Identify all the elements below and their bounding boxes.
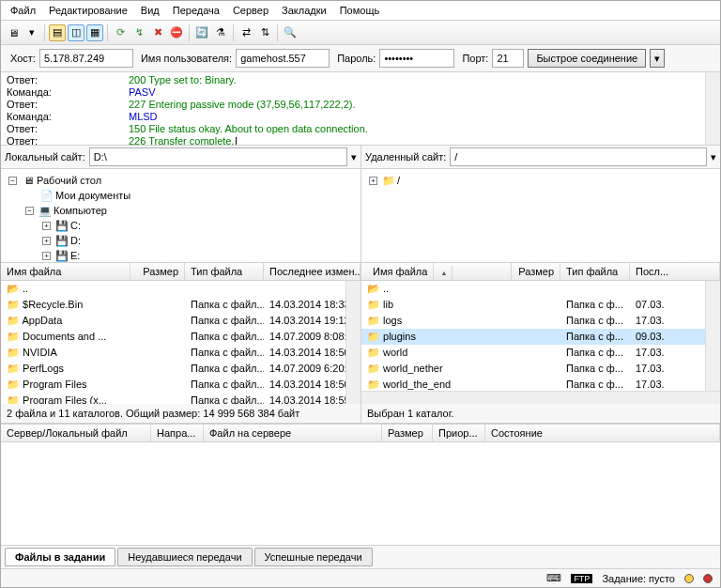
dropdown-icon[interactable]: ▾ [23,24,40,41]
list-item[interactable]: 📁 logs [361,314,512,328]
reconnect-icon[interactable]: 🔄 [193,24,210,41]
pass-input[interactable] [379,49,454,68]
tab-queued[interactable]: Файлы в задании [5,548,115,566]
message-log[interactable]: Ответ:200 Type set to: Binary.Команда:PA… [1,72,720,146]
host-label: Хост: [10,53,36,64]
expand-icon[interactable]: − [8,177,17,185]
menu-server[interactable]: Сервер [227,3,274,18]
queue-col-size[interactable]: Размер [382,425,433,441]
expand-icon[interactable]: + [369,177,377,185]
queue-col-dir[interactable]: Напра... [151,425,204,441]
toggle-log-icon[interactable]: ▤ [49,24,66,41]
quickconnect-button[interactable]: Быстрое соединение [528,49,646,68]
col-size[interactable]: Размер [130,263,185,280]
chevron-down-icon[interactable]: ▾ [711,151,716,163]
menu-transfer[interactable]: Передача [167,3,225,18]
local-status: 2 файла и 11 каталогов. Общий размер: 14… [1,404,360,424]
menu-edit[interactable]: Редактирование [43,3,133,18]
queue-col-server[interactable]: Сервер/Локальный файл [1,425,151,441]
list-item[interactable]: 📁 world_nether [361,362,512,376]
log-label: Ответ: [7,99,129,111]
list-item[interactable]: 📁 AppData [1,314,130,328]
tree-label[interactable]: Мои документы [55,188,130,203]
list-item[interactable]: 📁 PerfLogs [1,362,130,376]
scrollbar-h[interactable] [361,391,720,404]
user-input[interactable] [236,49,330,68]
col-type[interactable]: Тип файла [560,263,630,280]
port-input[interactable] [492,49,524,68]
scrollbar[interactable] [705,281,720,404]
list-item[interactable]: 📁 $Recycle.Bin [1,298,130,312]
remote-list[interactable]: 📂 ..📁 libПапка с ф...07.03.📁 logsПапка с… [361,281,720,404]
list-item[interactable]: 📁 Program Files (x... [1,394,130,404]
tab-failed[interactable]: Неудавшиеся передачи [117,548,252,566]
col-name[interactable]: Имя файла▴ [361,263,512,280]
col-type[interactable]: Тип файла [185,263,264,280]
tree-label[interactable]: D: [70,233,81,248]
refresh-icon[interactable]: ⟳ [112,24,129,41]
list-item[interactable]: 📁 world [361,346,512,360]
queue-col-state[interactable]: Состояние [485,425,720,441]
local-path-input[interactable] [89,147,347,166]
toggle-tree-icon[interactable]: ◫ [68,24,84,41]
log-value: 226 Transfer complete. [129,135,237,146]
list-item[interactable]: 📁 world_the_end [361,378,512,392]
local-list[interactable]: 📂 ..📁 $Recycle.BinПапка с файл...14.03.2… [1,281,360,404]
disconnect-icon[interactable]: ⛔ [168,24,185,41]
process-icon[interactable]: ↯ [130,24,147,41]
remote-tree[interactable]: +📁/ [361,169,720,263]
queue-col-prio[interactable]: Приор... [433,425,485,441]
tree-label[interactable]: E: [70,248,80,263]
remote-list-header[interactable]: Имя файла▴ Размер Тип файла Посл... [361,263,720,281]
tree-label[interactable]: Рабочий стол [37,173,101,188]
log-label: Команда: [7,86,129,99]
queue-col-remote[interactable]: Файл на сервере [204,425,382,441]
sitemanager-icon[interactable]: 🖥 [5,24,22,41]
port-label: Порт: [462,53,488,64]
scrollbar[interactable] [345,281,360,404]
toggle-queue-icon[interactable]: ▦ [86,24,103,41]
col-mod[interactable]: Посл... [630,263,720,280]
cancel-icon[interactable]: ✖ [149,24,166,41]
expand-icon[interactable]: − [25,207,34,215]
expand-icon[interactable]: + [42,222,51,230]
log-value: 200 Type set to: Binary. [129,74,237,86]
expand-icon[interactable]: + [42,237,51,245]
compare-icon[interactable]: ⇄ [238,24,254,41]
quickconnect-dropdown[interactable]: ▾ [650,49,665,68]
list-item[interactable]: 📂 .. [1,282,130,296]
list-item[interactable]: 📁 Program Files [1,378,130,392]
led-2-icon [703,574,713,583]
tree-label[interactable]: C: [70,218,81,233]
scrollbar[interactable] [705,72,720,145]
menu-file[interactable]: Файл [5,3,41,18]
keyboard-icon[interactable]: ⌨ [546,572,561,584]
statusbar: ⌨ FTP Задание: пусто [1,568,720,587]
list-item[interactable]: 📁 lib [361,298,512,312]
col-size[interactable]: Размер [512,263,560,280]
sync-icon[interactable]: ⇅ [256,24,273,41]
filter-icon[interactable]: ⚗ [212,24,229,41]
list-item[interactable]: 📂 .. [361,282,512,296]
tree-label[interactable]: Компьютер [54,203,107,218]
local-tree[interactable]: −🖥Рабочий стол📄Мои документы−💻Компьютер+… [1,169,360,263]
menu-view[interactable]: Вид [135,3,165,18]
col-name[interactable]: Имя файла [1,263,130,280]
remote-path-input[interactable] [450,147,707,166]
menu-help[interactable]: Помощь [334,3,386,18]
list-item[interactable]: 📁 plugins [361,330,512,344]
drive-icon: 💾 [55,250,69,261]
queue-header[interactable]: Сервер/Локальный файл Напра... Файл на с… [1,425,720,442]
expand-icon[interactable]: + [42,252,51,260]
list-item[interactable]: 📁 NVIDIA [1,346,130,360]
tab-success[interactable]: Успешные передачи [254,548,373,566]
col-mod[interactable]: Последнее измен... [264,263,360,280]
tree-label[interactable]: / [397,173,400,188]
local-list-header[interactable]: Имя файла Размер Тип файла Последнее изм… [1,263,360,281]
host-input[interactable] [39,49,133,68]
menu-bookmarks[interactable]: Закладки [276,3,332,18]
list-item[interactable]: 📁 Documents and ... [1,330,130,344]
chevron-down-icon[interactable]: ▾ [351,151,357,163]
queue-list[interactable] [1,442,720,545]
find-icon[interactable]: 🔍 [282,24,299,41]
